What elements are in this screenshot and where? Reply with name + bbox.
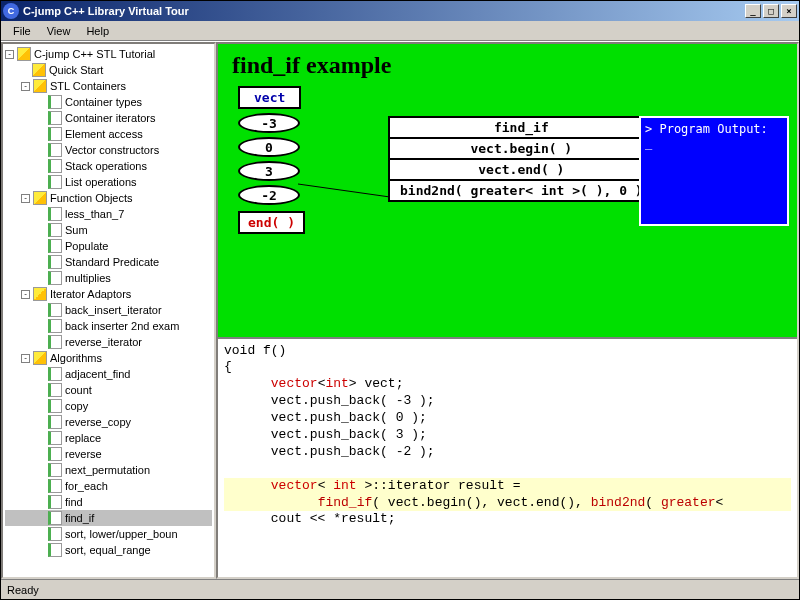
tree-item[interactable]: Populate <box>5 238 212 254</box>
page-icon <box>48 159 62 173</box>
tree-item[interactable]: sort, equal_range <box>5 542 212 558</box>
func-arg-0: vect.begin( ) <box>388 139 655 160</box>
window-title: C-jump C++ Library Virtual Tour <box>23 5 745 17</box>
tree-label: adjacent_find <box>65 366 130 382</box>
book-icon <box>33 287 47 301</box>
vect-value-1: 0 <box>238 137 300 157</box>
menu-help[interactable]: Help <box>78 23 117 39</box>
tree-item[interactable]: Standard Predicate <box>5 254 212 270</box>
page-icon <box>48 383 62 397</box>
expand-icon[interactable]: - <box>21 290 30 299</box>
tree-item[interactable]: -Algorithms <box>5 350 212 366</box>
tree-label: for_each <box>65 478 108 494</box>
page-icon <box>48 271 62 285</box>
tree-item[interactable]: -Iterator Adaptors <box>5 286 212 302</box>
expand-icon[interactable]: - <box>5 50 14 59</box>
tree-label: find_if <box>65 510 94 526</box>
expand-icon[interactable]: - <box>21 82 30 91</box>
tree-item[interactable]: sort, lower/upper_boun <box>5 526 212 542</box>
menu-view[interactable]: View <box>39 23 79 39</box>
tree-item[interactable]: Container types <box>5 94 212 110</box>
tree-item[interactable]: -Function Objects <box>5 190 212 206</box>
tree-label: copy <box>65 398 88 414</box>
tree-label: Standard Predicate <box>65 254 159 270</box>
menubar: File View Help <box>1 21 799 41</box>
tree-item[interactable]: Element access <box>5 126 212 142</box>
tree-label: Populate <box>65 238 108 254</box>
tree-label: find <box>65 494 83 510</box>
func-arg-2: bind2nd( greater< int >( ), 0 ) <box>388 181 655 202</box>
page-icon <box>48 207 62 221</box>
tree-item[interactable]: next_permutation <box>5 462 212 478</box>
tree-item[interactable]: Sum <box>5 222 212 238</box>
tree-label: reverse_iterator <box>65 334 142 350</box>
tree-item[interactable]: Quick Start <box>5 62 212 78</box>
tree-item[interactable]: Container iterators <box>5 110 212 126</box>
page-icon <box>48 127 62 141</box>
end-label: end( ) <box>238 211 305 234</box>
tree-item[interactable]: find <box>5 494 212 510</box>
expand-icon[interactable]: - <box>21 354 30 363</box>
close-button[interactable]: × <box>781 4 797 18</box>
tree-item[interactable]: less_than_7 <box>5 206 212 222</box>
tree-item[interactable]: back inserter 2nd exam <box>5 318 212 334</box>
tree-item[interactable]: Stack operations <box>5 158 212 174</box>
status-text: Ready <box>7 584 39 596</box>
book-icon <box>32 63 46 77</box>
tree-label: sort, equal_range <box>65 542 151 558</box>
code-panel[interactable]: void f() { vector<int> vect; vect.push_b… <box>218 337 797 577</box>
tree-label: replace <box>65 430 101 446</box>
tree-label: Stack operations <box>65 158 147 174</box>
tree-label: back inserter 2nd exam <box>65 318 179 334</box>
output-cursor: _ <box>645 136 783 150</box>
tree-sidebar[interactable]: - C-jump C++ STL Tutorial Quick Start-ST… <box>1 42 216 579</box>
output-title: > Program Output: <box>645 122 783 136</box>
svg-line-0 <box>298 184 390 197</box>
tree-label: sort, lower/upper_boun <box>65 526 178 542</box>
tree-item[interactable]: reverse_iterator <box>5 334 212 350</box>
tree-item[interactable]: -STL Containers <box>5 78 212 94</box>
maximize-button[interactable]: □ <box>763 4 779 18</box>
tree-item[interactable]: adjacent_find <box>5 366 212 382</box>
tree-item[interactable]: reverse <box>5 446 212 462</box>
book-icon <box>33 79 47 93</box>
tree-label: Element access <box>65 126 143 142</box>
page-icon <box>48 511 62 525</box>
page-icon <box>48 367 62 381</box>
menu-file[interactable]: File <box>5 23 39 39</box>
page-icon <box>48 111 62 125</box>
diagram-panel: find_if example vect -3 0 3 -2 end( ) fi… <box>218 44 797 337</box>
page-icon <box>48 527 62 541</box>
tree-label: less_than_7 <box>65 206 124 222</box>
minimize-button[interactable]: _ <box>745 4 761 18</box>
diagram-title: find_if example <box>232 52 783 79</box>
tree-item[interactable]: replace <box>5 430 212 446</box>
page-icon <box>48 399 62 413</box>
page-icon <box>48 335 62 349</box>
vect-label: vect <box>238 86 301 109</box>
tree-label: C-jump C++ STL Tutorial <box>34 46 155 62</box>
tree-root[interactable]: - C-jump C++ STL Tutorial <box>5 46 212 62</box>
tree-item[interactable]: count <box>5 382 212 398</box>
output-panel: > Program Output: _ <box>639 116 789 226</box>
tree-item[interactable]: copy <box>5 398 212 414</box>
tree-item[interactable]: reverse_copy <box>5 414 212 430</box>
tree-item[interactable]: List operations <box>5 174 212 190</box>
book-icon <box>33 191 47 205</box>
page-icon <box>48 303 62 317</box>
tree-item[interactable]: Vector constructors <box>5 142 212 158</box>
page-icon <box>48 479 62 493</box>
tree-label: Container types <box>65 94 142 110</box>
page-icon <box>48 463 62 477</box>
vect-value-2: 3 <box>238 161 300 181</box>
tree-item[interactable]: for_each <box>5 478 212 494</box>
tree-label: Vector constructors <box>65 142 159 158</box>
tree-item[interactable]: find_if <box>5 510 212 526</box>
tree-label: next_permutation <box>65 462 150 478</box>
page-icon <box>48 447 62 461</box>
tree-item[interactable]: back_insert_iterator <box>5 302 212 318</box>
page-icon <box>48 495 62 509</box>
tree-item[interactable]: multiplies <box>5 270 212 286</box>
page-icon <box>48 255 62 269</box>
expand-icon[interactable]: - <box>21 194 30 203</box>
